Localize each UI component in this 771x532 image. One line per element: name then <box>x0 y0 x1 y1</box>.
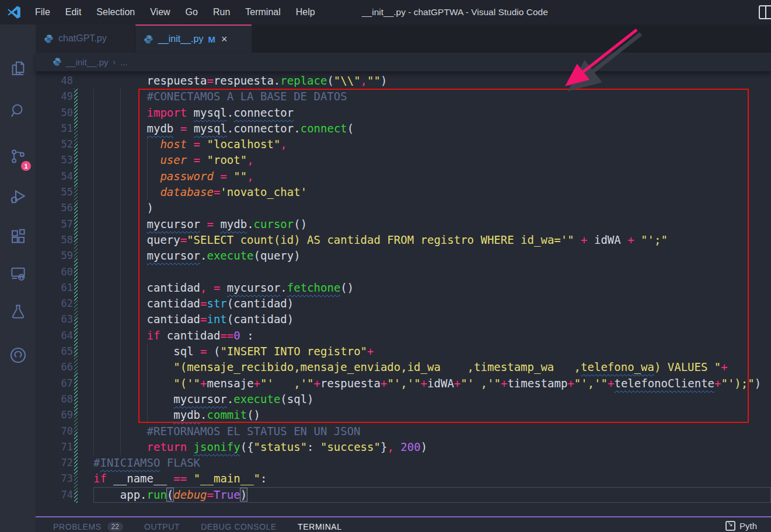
split-editor-layout-icon[interactable] <box>759 5 771 19</box>
line-number[interactable]: 68 <box>36 391 73 407</box>
code-line-66[interactable]: "(mensaje_recibido,mensaje_enviado,id_wa… <box>93 359 771 375</box>
line-number[interactable]: 66 <box>36 359 73 375</box>
extensions-icon[interactable] <box>0 223 36 250</box>
remote-explorer-icon[interactable] <box>0 260 36 287</box>
code-line-55[interactable]: database='novato_chat' <box>93 184 771 200</box>
menu-run[interactable]: Run <box>205 0 238 24</box>
terminal-shell-selector[interactable]: Pyth <box>725 521 771 531</box>
search-icon[interactable] <box>0 97 36 124</box>
code-token: "" <box>233 170 247 183</box>
code-line-73[interactable]: if __name__ == "__main__": <box>93 471 771 487</box>
source-control-icon[interactable]: 1 <box>0 143 36 170</box>
code-line-70[interactable]: #RETORNAMOS EL STATUS EN UN JSON <box>93 424 771 439</box>
line-number[interactable]: 71 <box>36 439 73 455</box>
close-tab-icon[interactable]: × <box>221 33 228 46</box>
code-token: jsonify <box>194 440 240 453</box>
menu-help[interactable]: Help <box>288 0 323 24</box>
code-line-67[interactable]: "('"+mensaje+"' ,'"+respuesta+"','"+idWA… <box>93 376 771 391</box>
code-line-50[interactable]: import mysql.connector <box>93 105 771 121</box>
line-number[interactable]: 58 <box>36 232 73 248</box>
code-line-48[interactable]: respuesta=respuesta.replace("\\","") <box>93 73 771 89</box>
panel-tab-problems[interactable]: PROBLEMS 22 <box>53 522 123 531</box>
line-number[interactable]: 69 <box>36 407 73 423</box>
line-number[interactable]: 54 <box>36 169 73 184</box>
code-line-58[interactable]: query="SELECT count(id) AS cantidad FROM… <box>93 232 771 248</box>
line-number[interactable]: 65 <box>36 344 73 359</box>
code-token <box>187 153 193 166</box>
code-token: + <box>254 377 260 390</box>
code-line-51[interactable]: mydb = mysql.connector.connect( <box>93 121 771 136</box>
breadcrumb[interactable]: __init__.py › ... <box>36 52 771 71</box>
line-number[interactable]: 57 <box>36 216 73 232</box>
line-number[interactable]: 64 <box>36 328 73 344</box>
line-number[interactable]: 53 <box>36 152 73 168</box>
code-line-57[interactable]: mycursor = mydb.cursor() <box>93 216 771 232</box>
code-line-52[interactable]: host = "localhost", <box>93 136 771 152</box>
code-line-72[interactable]: #INICIAMSO FLASK <box>93 455 771 471</box>
code-line-60[interactable] <box>93 264 771 280</box>
run-debug-icon[interactable] <box>0 183 36 209</box>
line-number[interactable]: 51 <box>36 121 73 136</box>
code-token: INICIAMSO <box>100 456 160 469</box>
line-number[interactable]: 55 <box>36 184 73 200</box>
code-line-69[interactable]: mydb.commit() <box>93 407 771 423</box>
line-number[interactable]: 56 <box>36 200 73 216</box>
line-number[interactable]: 72 <box>36 455 73 471</box>
tab-init-py[interactable]: __init__.py M × <box>135 24 252 52</box>
line-number[interactable]: 73 <box>36 471 73 487</box>
code-line-61[interactable]: cantidad, = mycursor.fetchone() <box>93 280 771 296</box>
code-line-59[interactable]: mycursor.execute(query) <box>93 248 771 264</box>
code-token: connect <box>301 122 347 135</box>
line-number[interactable]: 49 <box>36 89 73 104</box>
line-number[interactable]: 62 <box>36 296 73 312</box>
line-number[interactable]: 48 <box>36 73 73 89</box>
line-number[interactable]: 61 <box>36 280 73 296</box>
breadcrumb-more[interactable]: ... <box>120 57 128 67</box>
panel-tab-output[interactable]: OUTPUT <box>144 522 180 531</box>
line-number[interactable]: 59 <box>36 248 73 264</box>
menu-selection[interactable]: Selection <box>89 0 142 24</box>
code-line-54[interactable]: password = "", <box>93 169 771 184</box>
code-token: host <box>160 138 187 150</box>
code-token: + <box>421 377 427 390</box>
menu-file[interactable]: File <box>27 0 58 24</box>
code-line-68[interactable]: mycursor.execute(sql) <box>93 391 771 407</box>
code-line-63[interactable]: cantidad=int(cantidad) <box>93 312 771 327</box>
menu-terminal[interactable]: Terminal <box>238 0 288 24</box>
tab-label: chatGPT.py <box>58 33 107 44</box>
code-line-64[interactable]: if cantidad==0 : <box>93 328 771 344</box>
line-number[interactable]: 63 <box>36 312 73 327</box>
line-number[interactable]: 70 <box>36 424 73 439</box>
line-number[interactable]: 52 <box>36 136 73 152</box>
code-token: "" <box>367 74 381 87</box>
code-token: if <box>93 472 107 485</box>
code-line-56[interactable]: ) <box>93 200 771 216</box>
menu-edit[interactable]: Edit <box>58 0 89 24</box>
github-icon[interactable] <box>0 342 36 369</box>
testing-icon[interactable] <box>0 298 36 325</box>
code-editor[interactable]: 4849505152535455565758596061626364656667… <box>36 71 771 516</box>
tab-chatgpt-py[interactable]: chatGPT.py <box>36 24 135 52</box>
menu-go[interactable]: Go <box>178 0 205 24</box>
line-number[interactable]: 74 <box>36 487 73 503</box>
python-file-icon <box>44 34 54 44</box>
line-number[interactable]: 67 <box>36 376 73 391</box>
panel-tab-label: PROBLEMS <box>53 522 102 531</box>
panel-tab-terminal[interactable]: TERMINAL <box>298 522 342 531</box>
code-line-65[interactable]: sql = ("INSERT INTO registro"+ <box>93 344 771 359</box>
code-line-71[interactable]: return jsonify({"status": "success"}, 20… <box>93 439 771 455</box>
explorer-icon[interactable] <box>0 55 36 82</box>
code-token <box>200 153 207 166</box>
code-line-49[interactable]: #CONECTAMOS A LA BASE DE DATOS <box>93 89 771 104</box>
panel-tab-debug-console[interactable]: DEBUG CONSOLE <box>201 522 277 531</box>
code-line-53[interactable]: user = "root", <box>93 152 771 168</box>
code-token: "SELECT count(id) AS cantidad FROM regis… <box>187 233 574 246</box>
menu-view[interactable]: View <box>142 0 177 24</box>
code-token: = <box>214 186 220 198</box>
line-number[interactable]: 50 <box>36 105 73 121</box>
code-token: + <box>714 377 721 390</box>
code-token: run <box>147 488 167 501</box>
code-line-74[interactable]: app.run(debug=True) <box>93 487 771 503</box>
line-number[interactable]: 60 <box>36 264 73 280</box>
code-line-62[interactable]: cantidad=str(cantidad) <box>93 296 771 312</box>
